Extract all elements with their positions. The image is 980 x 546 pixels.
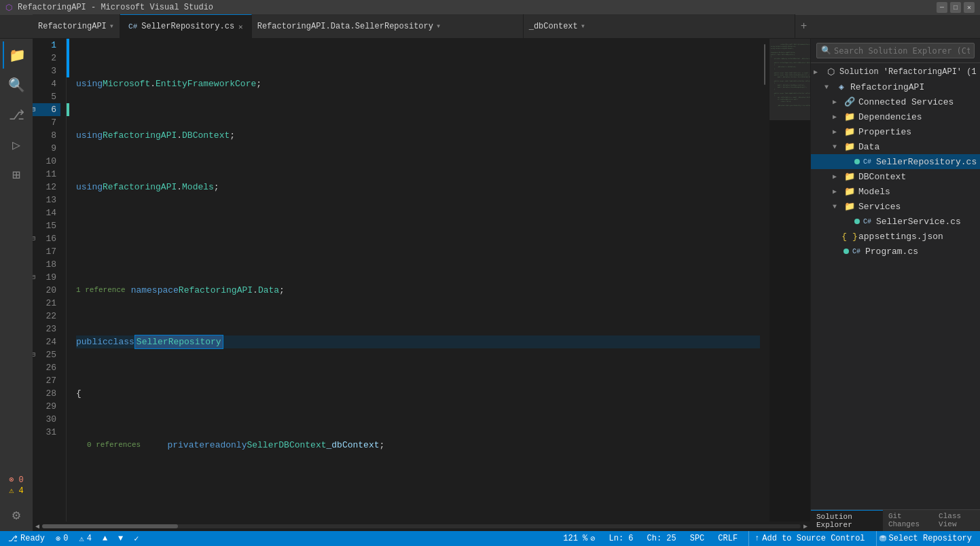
se-item-dependencies[interactable]: ▶ 📁 Dependencies — [811, 109, 980, 124]
activity-git[interactable]: ⎇ — [3, 101, 30, 128]
status-nav-down[interactable]: ▼ — [115, 531, 126, 546]
activity-search[interactable]: 🔍 — [3, 71, 30, 98]
se-item-properties[interactable]: ▶ 📁 Properties — [811, 124, 980, 139]
status-errors-btn[interactable]: ⊗ 0 — [53, 531, 71, 546]
properties-arrow: ▶ — [833, 128, 843, 136]
se-item-connected-services[interactable]: ▶ 🔗 Connected Services — [811, 94, 980, 109]
add-tab-btn[interactable]: + — [795, 14, 813, 38]
se-item-seller-repository[interactable]: C# SellerRepository.cs — [811, 154, 980, 169]
se-item-dbcontext[interactable]: ▶ 📁 DBContext — [811, 169, 980, 184]
warning-count: 4 — [87, 534, 92, 543]
status-line[interactable]: Ln: 6 — [606, 531, 636, 546]
properties-icon: 📁 — [843, 126, 856, 138]
se-item-seller-service[interactable]: C# SellerService.cs — [811, 214, 980, 229]
activity-errors[interactable]: ⊗ 0 ⚠ 4 — [3, 471, 30, 498]
project-label: RefactoringAPI — [850, 82, 924, 92]
status-col[interactable]: Ch: 25 — [645, 531, 679, 546]
services-arrow: ▼ — [833, 203, 843, 211]
member-dropdown[interactable]: _dbContext ▾ — [524, 14, 795, 38]
dot-green-1 — [854, 159, 860, 164]
project-arrow-icon: ▼ — [824, 84, 835, 91]
activity-settings[interactable]: ⚙ — [3, 501, 30, 528]
se-tree: ▶ ⬡ Solution 'RefactoringAPI' (1 of 1 pr… — [811, 63, 980, 509]
file-dropdown[interactable]: RefactoringAPI ▾ — [33, 14, 120, 38]
data-icon: 📁 — [843, 141, 856, 153]
status-zoom[interactable]: 121 % ⊘ — [560, 531, 598, 546]
scroll-left-btn[interactable]: ◀ — [35, 522, 39, 530]
add-to-source-control-label: Add to Source Control — [762, 534, 865, 543]
status-git[interactable]: ⎇ Ready — [5, 531, 48, 546]
add-to-source-control-btn[interactable]: ↑ Add to Source Control — [748, 531, 867, 546]
se-tab-git-changes[interactable]: Git Changes — [883, 510, 933, 531]
dot-green-2 — [854, 219, 860, 224]
se-search-input[interactable] — [834, 46, 970, 56]
se-search-bar: 🔍 — [811, 39, 980, 63]
activity-explorer[interactable]: 📁 — [3, 41, 30, 69]
line-numbers: 1 2 3 4 5 ⊟6 7 8 9 10 11 12 13 14 15 — [33, 39, 67, 522]
se-tab-solution-explorer[interactable]: Solution Explorer — [811, 510, 883, 531]
connected-services-icon: 🔗 — [843, 96, 856, 108]
se-item-project[interactable]: ▼ ◈ RefactoringAPI — [811, 79, 980, 94]
status-nav-up[interactable]: ▲ — [100, 531, 110, 546]
seller-repo-label: SellerRepository.cs — [876, 157, 977, 167]
seller-service-label: SellerService.cs — [876, 217, 961, 227]
minimize-btn[interactable]: ─ — [937, 2, 947, 13]
project-icon: ◈ — [835, 81, 848, 93]
se-item-services[interactable]: ▼ 📁 Services — [811, 199, 980, 214]
dot-green-3 — [843, 249, 849, 254]
solution-label: Solution 'RefactoringAPI' (1 of 1 projec… — [839, 67, 980, 77]
horizontal-scrollbar[interactable]: ◀ ▶ — [33, 522, 810, 531]
file-dropdown-label: RefactoringAPI — [38, 22, 107, 31]
search-icon: 🔍 — [821, 46, 831, 56]
title-bar: ⬡ RefactoringAPI - Microsoft Visual Stud… — [0, 0, 980, 15]
seller-repo-icon: C# — [861, 156, 873, 168]
tab-csharp-icon: C# — [128, 22, 137, 31]
se-bottom-tabs: Solution Explorer Git Changes Class View — [811, 509, 980, 531]
code-editor[interactable]: 1 2 3 4 5 ⊟6 7 8 9 10 11 12 13 14 15 — [33, 39, 810, 522]
vertical-scrollbar[interactable] — [760, 39, 769, 522]
error-icon: ⊗ — [56, 534, 60, 544]
dbcontext-arrow: ▶ — [833, 172, 843, 181]
status-warnings-btn[interactable]: ⚠ 4 — [76, 531, 94, 546]
member-dropdown-label: _dbContext — [529, 22, 578, 31]
close-btn[interactable]: ✕ — [964, 2, 975, 13]
file-dropdown-arrow: ▾ — [109, 21, 114, 31]
minimap[interactable]: using Microsoft.EntityFrameworkCore; usi… — [769, 39, 810, 522]
app-container: ⬡ RefactoringAPI - Microsoft Visual Stud… — [0, 0, 980, 546]
class-dropdown-arrow: ▾ — [436, 21, 441, 31]
line-ending-info: CRLF — [718, 534, 738, 543]
tab-close-btn[interactable]: ✕ — [238, 22, 243, 31]
se-item-models[interactable]: ▶ 📁 Models — [811, 184, 980, 199]
solution-explorer: 🔍 ▶ ⬡ Solution 'RefactoringAPI' (1 of 1 … — [810, 39, 980, 531]
program-label: Program.cs — [865, 247, 918, 257]
se-item-appsettings[interactable]: { } appsettings.json — [811, 229, 980, 244]
dependencies-icon: 📁 — [843, 111, 856, 123]
source-control-icon: ↑ — [755, 534, 759, 543]
activity-extensions[interactable]: ⊞ — [3, 161, 30, 188]
code-content: using Microsoft.EntityFrameworkCore; usi… — [69, 39, 760, 522]
select-repository-btn[interactable]: ⛃ Select Repository — [876, 531, 975, 546]
class-dropdown[interactable]: RefactoringAPI.Data.SellerRepository ▾ — [252, 14, 524, 38]
zoom-level: 121 % — [563, 534, 587, 543]
maximize-btn[interactable]: □ — [950, 2, 961, 13]
line-info: Ln: 6 — [609, 534, 633, 543]
solution-icon: ⬡ — [824, 66, 837, 78]
activity-debug[interactable]: ▷ — [3, 131, 30, 158]
properties-label: Properties — [858, 127, 911, 137]
se-tab-class-view[interactable]: Class View — [933, 510, 980, 531]
se-item-program[interactable]: C# Program.cs — [811, 244, 980, 259]
status-nav-check[interactable]: ✓ — [131, 531, 141, 546]
tab-seller-repository[interactable]: C# SellerRepository.cs ✕ — [120, 14, 252, 38]
se-item-data[interactable]: ▼ 📁 Data — [811, 139, 980, 154]
member-dropdown-arrow: ▾ — [581, 21, 585, 31]
se-item-solution[interactable]: ▶ ⬡ Solution 'RefactoringAPI' (1 of 1 pr… — [811, 65, 980, 79]
status-bar: ⎇ Ready ⊗ 0 ⚠ 4 ▲ ▼ ✓ 121 % ⊘ Ln: 6 — [0, 531, 980, 546]
activity-bar: 📁 🔍 ⎇ ▷ ⊞ ⊗ 0 ⚠ 4 ⚙ — [0, 39, 33, 531]
status-ready: Ready — [20, 534, 45, 543]
scroll-right-btn[interactable]: ▶ — [803, 522, 807, 530]
status-line-ending[interactable]: CRLF — [715, 531, 740, 546]
appsettings-label: appsettings.json — [858, 232, 943, 242]
connected-services-arrow: ▶ — [833, 98, 843, 106]
status-encoding[interactable]: SPC — [687, 531, 708, 546]
appsettings-icon: { } — [843, 230, 856, 242]
